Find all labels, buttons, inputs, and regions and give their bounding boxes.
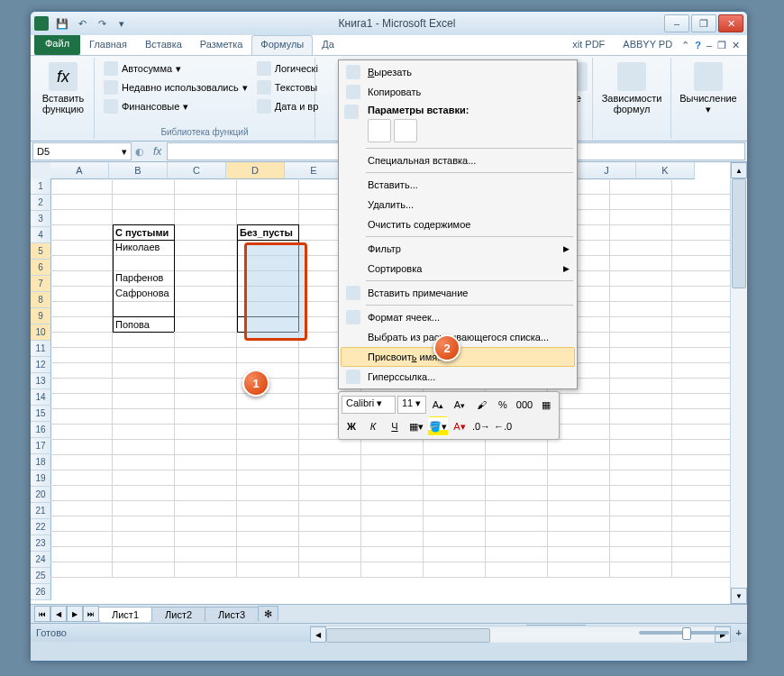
cell[interactable] [299,454,361,470]
cell[interactable] [610,439,672,455]
cell[interactable] [175,500,237,516]
cell[interactable] [610,546,672,562]
tab-formulas[interactable]: Формулы [251,35,313,55]
cell[interactable] [50,316,113,333]
font-color-button[interactable]: A▾ [450,416,469,436]
cell[interactable] [237,178,299,195]
cell[interactable] [486,516,548,532]
zoom-thumb[interactable] [682,627,691,640]
row-header[interactable]: 10 [31,324,51,341]
row-header[interactable]: 8 [31,292,51,308]
vertical-scrollbar[interactable]: ▲ ▼ [730,162,747,604]
cell[interactable] [610,531,672,547]
tab-layout[interactable]: Разметка [191,35,252,55]
row-header[interactable]: 25 [31,568,51,584]
cell[interactable] [50,454,113,470]
cell[interactable] [50,439,113,455]
column-header[interactable]: C [168,162,226,179]
cell[interactable] [548,562,610,578]
column-header[interactable]: D [226,162,285,179]
cell[interactable] [113,408,175,425]
row-header[interactable]: 19 [31,470,51,487]
cell[interactable] [361,454,424,470]
row-header[interactable]: 24 [31,552,51,568]
cm-clear[interactable]: Очистить содержимое [341,215,575,234]
cell[interactable] [237,270,299,287]
cell[interactable] [237,209,299,225]
cell[interactable] [299,531,361,547]
cell[interactable] [113,194,175,210]
cell[interactable] [113,470,175,486]
sheet-nav-first[interactable]: ⏮ [34,606,50,622]
merge-button[interactable]: ▦ [536,395,556,415]
cell[interactable] [610,378,672,394]
cell[interactable] [672,224,734,241]
qat-customize-icon[interactable]: ▾ [114,15,130,32]
scroll-down-button[interactable]: ▼ [731,588,747,604]
cell[interactable] [113,454,175,470]
cell[interactable] [548,516,610,532]
cell[interactable] [672,255,734,271]
insert-function-button[interactable]: fx Вставить функцию [38,59,88,117]
cell[interactable] [548,470,610,486]
cell[interactable] [672,240,734,256]
cell[interactable] [299,485,361,501]
cell[interactable]: Сафронова [113,286,175,302]
cell[interactable] [175,347,237,363]
cell[interactable] [175,270,237,287]
cell[interactable] [672,500,734,516]
row-header[interactable]: 18 [31,454,51,470]
row-header[interactable]: 7 [31,276,51,292]
cell[interactable] [672,362,734,379]
cell[interactable] [672,408,734,425]
cell[interactable] [175,485,237,501]
zoom-slider[interactable] [639,631,729,635]
cell[interactable]: Парфенов [113,270,175,287]
cell[interactable] [237,347,299,363]
doc-minimize-button[interactable]: – [707,40,712,50]
cell[interactable] [672,316,734,333]
cell[interactable] [610,470,672,486]
cell[interactable] [237,301,299,317]
file-tab[interactable]: Файл [34,35,80,55]
cell[interactable] [610,485,672,501]
cm-insert[interactable]: Вставить... [341,175,575,195]
cell[interactable] [672,485,734,501]
cm-hyperlink[interactable]: Гиперссылка... [341,367,575,387]
cell[interactable] [486,470,548,486]
cell[interactable] [50,194,113,210]
cell[interactable] [672,286,734,302]
cell[interactable] [361,531,424,547]
cell[interactable] [361,485,424,501]
cell[interactable] [175,332,237,348]
sheet-nav-last[interactable]: ⏭ [83,606,99,622]
cell[interactable] [113,485,175,501]
cell[interactable] [175,286,237,302]
cell[interactable] [175,316,237,333]
row-header[interactable]: 9 [31,308,51,324]
cell[interactable] [237,546,299,562]
cell[interactable] [486,562,548,578]
cell[interactable] [610,408,672,425]
cell[interactable] [486,454,548,470]
cell[interactable] [175,240,237,256]
row-header[interactable]: 20 [31,487,51,503]
bold-button[interactable]: Ж [342,416,361,436]
cell[interactable] [672,178,734,195]
cm-sort[interactable]: Сортировка▶ [341,259,575,279]
cell[interactable] [50,178,113,195]
cell[interactable] [50,332,113,348]
percent-button[interactable]: % [493,395,513,415]
cell[interactable] [361,516,424,532]
cell[interactable] [113,255,175,271]
cell[interactable] [610,362,672,379]
save-icon[interactable]: 💾 [54,15,70,32]
sheet-nav-prev[interactable]: ◀ [50,606,67,622]
recent-functions-button[interactable]: Недавно использовались ▾ [100,78,251,96]
vscroll-thumb[interactable] [732,178,746,288]
row-header[interactable]: 21 [31,503,51,519]
cell[interactable] [424,439,486,455]
paste-option-1[interactable] [368,119,391,142]
cell[interactable] [237,531,299,547]
cell[interactable] [299,546,361,562]
